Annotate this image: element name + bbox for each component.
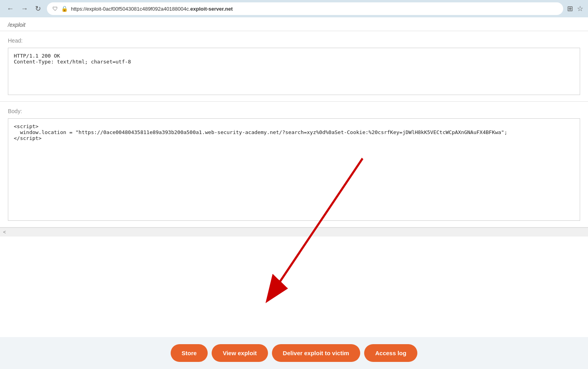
reload-button[interactable]: ↻ (33, 4, 43, 14)
browser-toolbar-icons: ⊞ ☆ (567, 4, 583, 13)
forward-button[interactable]: → (19, 4, 30, 14)
forward-icon: → (21, 5, 28, 13)
lock-icon: 🔒 (61, 6, 68, 12)
bottom-bar: Store View exploit Deliver exploit to vi… (0, 337, 588, 369)
bookmark-icon[interactable]: ☆ (577, 4, 583, 13)
head-section: Head: HTTP/1.1 200 OK Content-Type: text… (0, 31, 588, 102)
body-label: Body: (8, 108, 580, 114)
head-content[interactable]: HTTP/1.1 200 OK Content-Type: text/html;… (8, 48, 580, 95)
main-area: /exploit Head: HTTP/1.1 200 OK Content-T… (0, 17, 588, 369)
body-content[interactable]: <script> window.location = "https://0ace… (8, 118, 580, 221)
store-button[interactable]: Store (171, 344, 208, 362)
qr-icon[interactable]: ⊞ (567, 4, 573, 13)
reload-icon: ↻ (35, 4, 41, 13)
content-wrapper: /exploit Head: HTTP/1.1 200 OK Content-T… (0, 17, 588, 337)
view-exploit-button[interactable]: View exploit (212, 344, 268, 362)
deliver-exploit-button[interactable]: Deliver exploit to victim (272, 344, 360, 362)
browser-chrome: ← → ↻ 🛡 🔒 https://exploit-0acf00f5043081… (0, 0, 588, 17)
back-button[interactable]: ← (5, 4, 16, 14)
scrollbar-hint: < (0, 227, 588, 237)
body-section: Body: <script> window.location = "https:… (0, 102, 588, 227)
exploit-path: /exploit (8, 22, 25, 28)
content-and-arrow: /exploit Head: HTTP/1.1 200 OK Content-T… (0, 17, 588, 337)
nav-buttons: ← → ↻ (5, 4, 43, 14)
access-log-button[interactable]: Access log (364, 344, 417, 362)
head-label: Head: (8, 37, 580, 44)
url-text: https://exploit-0acf00f5043081c489f092a4… (71, 6, 558, 12)
address-bar[interactable]: 🛡 🔒 https://exploit-0acf00f5043081c489f0… (47, 2, 563, 15)
top-partial-section: /exploit (0, 17, 588, 31)
back-icon: ← (7, 5, 14, 13)
shield-icon: 🛡 (52, 6, 58, 12)
